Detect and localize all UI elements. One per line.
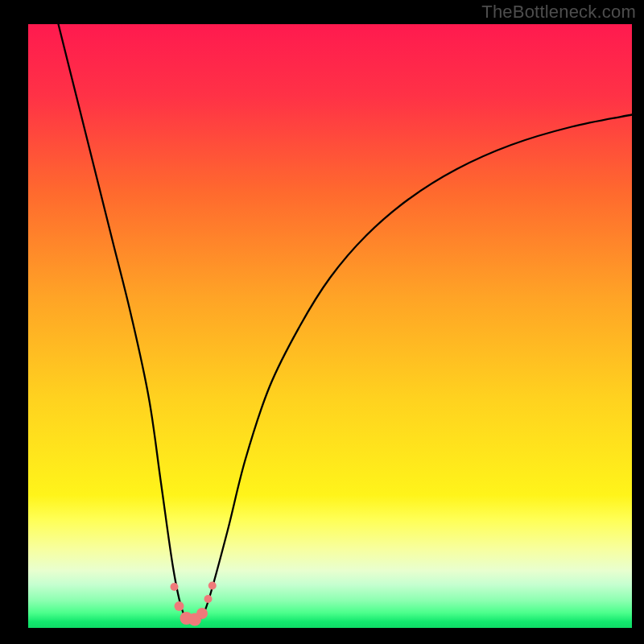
chart-svg [28,24,632,628]
watermark-text: TheBottleneck.com [481,2,636,23]
highlight-dot [196,608,208,619]
plot-area [28,24,632,628]
highlight-dot [208,582,217,590]
chart-frame: TheBottleneck.com [0,0,644,644]
bottleneck-curve [59,24,633,623]
highlight-dot [204,595,213,603]
highlight-dot [175,601,184,611]
highlight-dot [171,583,179,591]
